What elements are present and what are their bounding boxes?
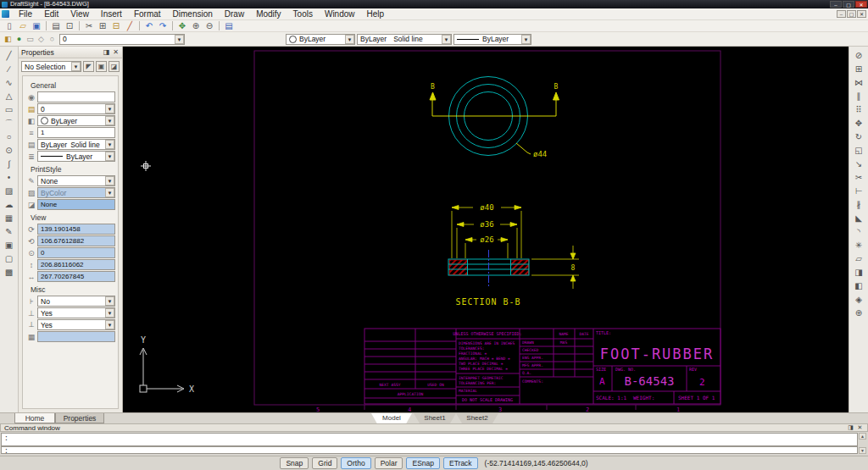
pattern-icon[interactable]: ⠿ — [852, 103, 865, 116]
zoom-out-icon[interactable]: ⊖ — [203, 20, 216, 31]
line-color-select[interactable]: ByLayer ▼ — [286, 34, 355, 45]
mdi-restore-button[interactable]: ▢ — [847, 10, 856, 18]
open-icon[interactable]: ▱ — [16, 20, 30, 31]
layer-lock-icon[interactable]: ▭ — [25, 34, 36, 44]
printstyle-select[interactable]: None ▼ — [37, 175, 115, 186]
dropdown-arrow-icon[interactable]: ▼ — [175, 35, 184, 44]
command-history[interactable]: : — [1, 433, 858, 446]
mdi-close-button[interactable]: ✕ — [857, 10, 866, 18]
line-weight-select[interactable]: ByLayer ▼ — [37, 151, 115, 162]
selection-filter-select[interactable]: No Selection ▼ — [21, 61, 81, 72]
offset-icon[interactable]: ∥ — [852, 90, 865, 102]
line-weight-select[interactable]: ByLayer ▼ — [453, 34, 531, 45]
command-scrollbar[interactable]: ▲ ▼ — [859, 433, 866, 454]
edit-component-icon[interactable]: ◧ — [852, 279, 865, 292]
cut-icon[interactable]: ✂ — [82, 20, 96, 31]
break-icon[interactable]: ∦ — [852, 198, 865, 211]
mirror-icon[interactable]: ⋈ — [852, 76, 865, 89]
dropdown-arrow-icon[interactable]: ▼ — [105, 116, 114, 125]
line-style-select[interactable]: ByLayer Solid line ▼ — [357, 34, 452, 45]
layer-color-icon[interactable]: ◧ — [3, 34, 14, 44]
circle-icon[interactable]: ○ — [3, 130, 16, 143]
dropdown-arrow-icon[interactable]: ▼ — [105, 320, 114, 329]
print-preview-icon[interactable]: ⊡ — [63, 20, 76, 31]
format-painter-icon[interactable]: ╱ — [123, 20, 136, 31]
menu-item[interactable]: Insert — [95, 8, 128, 20]
dropdown-arrow-icon[interactable]: ▼ — [105, 176, 114, 185]
quick-select-button[interactable]: ▣ — [96, 61, 107, 72]
paste-icon[interactable]: ⊟ — [109, 20, 123, 31]
note-icon[interactable]: ✎ — [3, 225, 16, 238]
extend-icon[interactable]: ⊢ — [852, 185, 865, 197]
polygon-icon[interactable]: △ — [3, 90, 16, 102]
active-layer-select[interactable]: 0 ▼ — [59, 34, 185, 45]
dropdown-arrow-icon[interactable]: ▼ — [521, 35, 531, 44]
hatch-icon[interactable]: ▨ — [3, 185, 16, 197]
ucs-visible-select[interactable]: Yes ▼ — [37, 307, 115, 318]
fillet-icon[interactable]: ◝ — [852, 225, 865, 238]
pan-icon[interactable]: ✥ — [175, 20, 189, 31]
stretch-icon[interactable]: ↘ — [852, 158, 865, 170]
spline-icon[interactable]: ∫ — [3, 158, 16, 170]
attach-drawing-icon[interactable]: ▢ — [3, 252, 16, 265]
dropdown-arrow-icon[interactable]: ▼ — [71, 62, 81, 71]
zoom-in-icon[interactable]: ⊕ — [189, 20, 203, 31]
tab-home[interactable]: Home — [14, 413, 55, 423]
dropdown-arrow-icon[interactable]: ▼ — [442, 35, 451, 44]
undo-icon[interactable]: ↶ — [142, 20, 156, 31]
menu-item[interactable]: Modify — [250, 8, 287, 20]
rotate-icon[interactable]: ↻ — [852, 130, 865, 143]
separator[interactable] — [139, 21, 140, 30]
tab-model[interactable]: Model — [371, 413, 412, 423]
line-scale-field[interactable]: 1 — [37, 127, 115, 138]
copy-entity-icon[interactable]: ⊞ — [852, 63, 865, 75]
menu-item[interactable]: Help — [361, 8, 391, 20]
rectangle-icon[interactable]: ▭ — [3, 103, 16, 116]
menu-item[interactable]: Dimension — [167, 8, 219, 20]
annotation-select[interactable]: No ▼ — [37, 296, 115, 307]
esnap-toggle[interactable]: ESnap — [406, 457, 440, 469]
region-icon[interactable]: ▩ — [3, 266, 16, 279]
copy-icon[interactable]: ⊞ — [96, 20, 109, 31]
dropdown-arrow-icon[interactable]: ▼ — [105, 152, 114, 161]
save-icon[interactable]: ▣ — [30, 20, 43, 31]
edit-polyline-icon[interactable]: ▱ — [852, 252, 865, 265]
select-entities-button[interactable]: ◤ — [83, 61, 94, 72]
separator[interactable] — [79, 21, 80, 30]
grid-toggle[interactable]: Grid — [312, 457, 337, 469]
chamfer-icon[interactable]: ◣ — [852, 212, 865, 224]
redo-icon[interactable]: ↷ — [156, 20, 170, 31]
printstyle-table-field[interactable]: None — [37, 199, 115, 210]
polyline-icon[interactable]: ∿ — [3, 76, 16, 89]
new-icon[interactable]: ▯ — [3, 20, 16, 31]
explode-icon[interactable]: ✳ — [852, 239, 865, 252]
scroll-up-icon[interactable]: ▲ — [859, 433, 866, 440]
cloud-icon[interactable]: ☁ — [3, 198, 16, 211]
close-button[interactable]: ✕ — [855, 1, 867, 8]
edit-hatch-icon[interactable]: ◨ — [852, 266, 865, 279]
toggle-value-button[interactable]: ◪ — [108, 61, 120, 72]
separator[interactable] — [219, 21, 220, 30]
separator[interactable] — [172, 21, 173, 30]
scroll-down-icon[interactable]: ▼ — [859, 447, 866, 454]
ucs-origin-select[interactable]: Yes ▼ — [37, 319, 115, 330]
infinite-line-icon[interactable]: ∕ — [3, 63, 16, 75]
drawing-canvas[interactable]: 5 4 3 2 1 B B ø44 ø40 ø36 — [123, 47, 849, 412]
menu-item[interactable]: File — [13, 8, 38, 20]
etrack-toggle[interactable]: ETrack — [443, 457, 478, 469]
erase-icon[interactable]: ⊘ — [852, 49, 865, 62]
move-icon[interactable]: ✥ — [852, 117, 865, 130]
dropdown-arrow-icon[interactable]: ▼ — [105, 296, 114, 306]
scale-icon[interactable]: ◱ — [852, 144, 865, 157]
dropdown-arrow-icon[interactable]: ▼ — [105, 104, 114, 113]
menu-item[interactable]: View — [64, 8, 95, 20]
command-input[interactable]: : — [1, 446, 858, 454]
layer-select[interactable]: 0 ▼ — [37, 103, 115, 114]
layers-manager-icon[interactable]: ▤ — [222, 20, 236, 31]
color-field[interactable] — [37, 91, 115, 102]
insert-block-icon[interactable]: ▣ — [3, 239, 16, 252]
tab-sheet2[interactable]: Sheet2 — [456, 413, 498, 423]
menu-item[interactable]: Format — [128, 8, 167, 20]
menu-item[interactable]: Tools — [287, 8, 319, 20]
dropdown-arrow-icon[interactable]: ▼ — [105, 140, 114, 149]
